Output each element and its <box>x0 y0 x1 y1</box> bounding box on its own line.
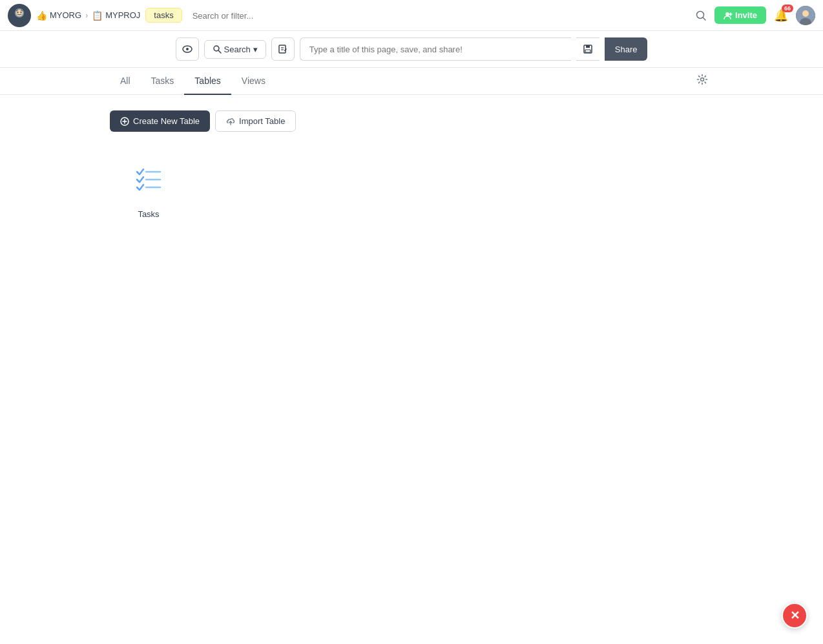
user-avatar[interactable] <box>796 6 815 25</box>
create-new-table-button[interactable]: Create New Table <box>110 110 210 132</box>
cloud-upload-icon <box>226 117 235 126</box>
eye-icon <box>182 43 193 55</box>
save-icon <box>583 44 593 54</box>
navbar-search-area <box>193 10 451 21</box>
table-card-label: Tasks <box>138 209 159 219</box>
svg-rect-16 <box>279 45 286 53</box>
navbar-right: Invite 🔔 66 <box>693 6 815 25</box>
notification-button[interactable]: 🔔 66 <box>771 6 791 25</box>
search-icon <box>695 10 707 21</box>
svg-line-5 <box>703 17 705 20</box>
tables-grid: Tasks <box>110 152 713 219</box>
navbar: 👍 MYORG › 📋 MYPROJ tasks Invite <box>0 0 823 31</box>
tab-tasks[interactable]: Tasks <box>141 68 185 95</box>
navbar-search-input[interactable] <box>193 11 451 21</box>
share-button[interactable]: Share <box>605 37 648 61</box>
org-label: MYORG <box>50 10 81 20</box>
svg-rect-20 <box>586 45 590 48</box>
table-pill[interactable]: tasks <box>145 8 182 23</box>
gear-icon <box>696 74 708 85</box>
preview-button[interactable] <box>176 37 199 61</box>
tabs-bar: All Tasks Tables Views <box>0 68 823 95</box>
table-card[interactable]: Tasks <box>110 152 187 219</box>
svg-point-13 <box>186 48 189 50</box>
invite-label: Invite <box>735 10 757 20</box>
import-table-button[interactable]: Import Table <box>215 110 296 132</box>
proj-link[interactable]: 📋 MYPROJ <box>92 10 140 21</box>
save-icon-button[interactable] <box>576 37 599 61</box>
svg-point-2 <box>17 11 19 12</box>
settings-button[interactable] <box>691 68 713 94</box>
breadcrumb-chevron: › <box>85 11 88 20</box>
tab-all[interactable]: All <box>110 68 141 95</box>
global-search-button[interactable] <box>693 7 709 24</box>
app-avatar <box>8 4 31 27</box>
proj-icon: 📋 <box>92 10 103 21</box>
search-button[interactable]: Search ▾ <box>204 40 266 59</box>
search-dropdown-icon: ▾ <box>253 45 258 54</box>
notification-badge: 66 <box>782 5 793 12</box>
plus-icon <box>120 117 129 126</box>
proj-label: MYPROJ <box>105 10 140 20</box>
toolbar: Search ▾ Share <box>0 31 823 68</box>
tab-views[interactable]: Views <box>231 68 276 95</box>
breadcrumb: 👍 MYORG › 📋 MYPROJ <box>36 10 140 21</box>
page-title-input[interactable] <box>300 37 571 61</box>
org-link[interactable]: 👍 MYORG <box>36 10 81 21</box>
task-list-icon <box>130 160 167 196</box>
user-avatar-image <box>796 6 815 25</box>
svg-point-10 <box>802 10 809 17</box>
search-btn-icon <box>213 45 222 54</box>
search-btn-label: Search <box>224 45 251 54</box>
create-new-label: Create New Table <box>133 116 200 126</box>
action-buttons: Create New Table Import Table <box>110 110 713 132</box>
invite-icon <box>724 11 733 20</box>
table-card-icon <box>123 152 174 204</box>
main-content: Create New Table Import Table <box>0 95 823 234</box>
tab-tables[interactable]: Tables <box>184 68 231 95</box>
svg-point-3 <box>21 11 22 12</box>
svg-point-22 <box>701 78 704 81</box>
invite-button[interactable]: Invite <box>714 6 766 24</box>
edit-button[interactable] <box>271 37 295 61</box>
svg-rect-21 <box>585 50 590 52</box>
svg-point-6 <box>725 12 729 16</box>
svg-point-14 <box>214 46 219 51</box>
svg-line-15 <box>218 51 221 54</box>
share-label: Share <box>615 45 638 54</box>
edit-icon <box>278 44 288 54</box>
import-label: Import Table <box>239 116 285 126</box>
org-icon: 👍 <box>36 10 47 21</box>
